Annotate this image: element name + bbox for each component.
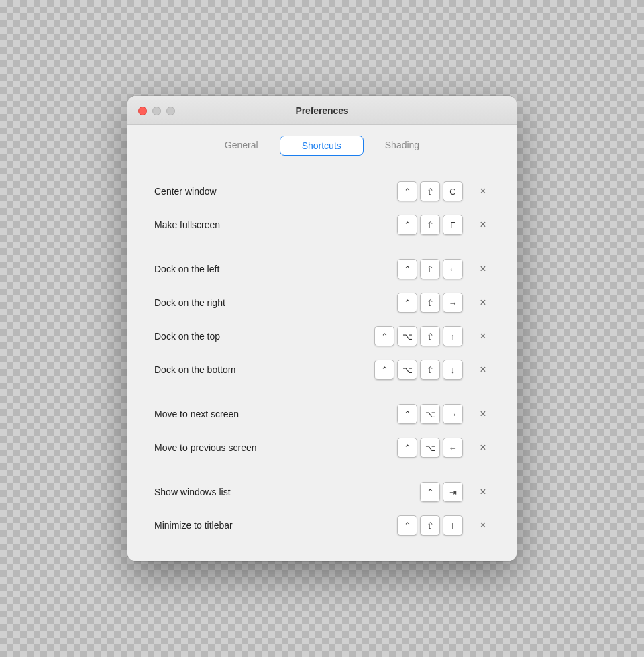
shortcut-row: Move to previous screen⌃⌥←× xyxy=(154,431,490,464)
shortcut-label: Center window xyxy=(154,186,397,197)
key-cap[interactable]: ↑ xyxy=(443,326,463,346)
maximize-button[interactable] xyxy=(166,107,175,115)
key-cap[interactable]: → xyxy=(443,404,463,424)
key-cap[interactable]: ⌃ xyxy=(374,326,394,346)
shortcut-keys: ⌃⌥⇧↑ xyxy=(374,326,463,346)
shortcut-keys: ⌃⇧T xyxy=(397,515,463,536)
shortcuts-content: Center window⌃⇧C×Make fullscreen⌃⇧F×Dock… xyxy=(127,164,517,561)
key-cap[interactable]: ⌃ xyxy=(397,293,417,313)
group-separator xyxy=(154,464,490,475)
key-cap[interactable]: ⌃ xyxy=(397,259,417,279)
key-cap[interactable]: ⇧ xyxy=(420,360,440,380)
key-cap[interactable]: F xyxy=(443,215,463,235)
window-title: Preferences xyxy=(295,105,348,116)
shortcut-keys: ⌃⌥← xyxy=(397,438,463,458)
remove-shortcut-button[interactable]: × xyxy=(476,185,490,197)
key-cap[interactable]: → xyxy=(443,293,463,313)
key-cap[interactable]: ↓ xyxy=(443,360,463,380)
key-cap[interactable]: ⌥ xyxy=(420,404,440,424)
key-cap[interactable]: ⇧ xyxy=(420,326,440,346)
shortcut-row: Minimize to titlebar⌃⇧T× xyxy=(154,509,490,542)
key-cap[interactable]: ← xyxy=(443,438,463,458)
tab-bar: General Shortcuts Shading xyxy=(127,125,517,164)
key-cap[interactable]: ⌃ xyxy=(397,215,417,235)
key-cap[interactable]: ⌃ xyxy=(374,360,394,380)
shortcut-label: Dock on the right xyxy=(154,297,397,308)
key-cap[interactable]: ⌥ xyxy=(397,360,417,380)
key-cap[interactable]: ⌥ xyxy=(397,326,417,346)
tab-shading[interactable]: Shading xyxy=(364,136,441,156)
shortcut-keys: ⌃⇧→ xyxy=(397,293,463,313)
shortcut-keys: ⌃⌥→ xyxy=(397,404,463,424)
remove-shortcut-button[interactable]: × xyxy=(476,297,490,309)
shortcut-keys: ⌃⇥ xyxy=(420,482,463,502)
remove-shortcut-button[interactable]: × xyxy=(476,408,490,420)
tab-general[interactable]: General xyxy=(203,136,280,156)
shortcut-row: Center window⌃⇧C× xyxy=(154,174,490,208)
shortcut-label: Move to previous screen xyxy=(154,442,397,453)
remove-shortcut-button[interactable]: × xyxy=(476,219,490,231)
key-cap[interactable]: C xyxy=(443,181,463,201)
key-cap[interactable]: ← xyxy=(443,259,463,279)
group-separator xyxy=(154,387,490,397)
shortcut-row: Dock on the left⌃⇧←× xyxy=(154,252,490,286)
shortcut-row: Show windows list⌃⇥× xyxy=(154,475,490,509)
shortcut-keys: ⌃⇧← xyxy=(397,259,463,279)
remove-shortcut-button[interactable]: × xyxy=(476,330,490,342)
shortcut-row: Make fullscreen⌃⇧F× xyxy=(154,208,490,242)
remove-shortcut-button[interactable]: × xyxy=(476,519,490,532)
shortcut-label: Move to next screen xyxy=(154,409,397,419)
key-cap[interactable]: ⌥ xyxy=(420,438,440,458)
shortcut-row: Dock on the right⌃⇧→× xyxy=(154,286,490,319)
shortcut-keys: ⌃⇧C xyxy=(397,181,463,201)
key-cap[interactable]: ⇧ xyxy=(420,259,440,279)
key-cap[interactable]: ⇧ xyxy=(420,215,440,235)
group-separator xyxy=(154,242,490,252)
shortcut-row: Move to next screen⌃⌥→× xyxy=(154,397,490,431)
remove-shortcut-button[interactable]: × xyxy=(476,263,490,275)
shortcut-label: Show windows list xyxy=(154,487,420,497)
shortcut-keys: ⌃⌥⇧↓ xyxy=(374,360,463,380)
shortcut-row: Dock on the bottom⌃⌥⇧↓× xyxy=(154,353,490,387)
preferences-window: Preferences General Shortcuts Shading Ce… xyxy=(127,96,517,561)
key-cap[interactable]: ⇥ xyxy=(443,482,463,502)
titlebar: Preferences xyxy=(127,96,517,125)
shortcut-label: Dock on the top xyxy=(154,331,374,342)
remove-shortcut-button[interactable]: × xyxy=(476,486,490,498)
remove-shortcut-button[interactable]: × xyxy=(476,364,490,376)
close-button[interactable] xyxy=(138,107,147,115)
key-cap[interactable]: ⇧ xyxy=(420,181,440,201)
tab-shortcuts[interactable]: Shortcuts xyxy=(280,136,364,156)
key-cap[interactable]: T xyxy=(443,515,463,536)
remove-shortcut-button[interactable]: × xyxy=(476,442,490,454)
key-cap[interactable]: ⌃ xyxy=(397,181,417,201)
shortcut-label: Dock on the bottom xyxy=(154,364,374,375)
shortcut-row: Dock on the top⌃⌥⇧↑× xyxy=(154,319,490,353)
shortcut-label: Dock on the left xyxy=(154,264,397,274)
traffic-lights xyxy=(138,107,175,115)
minimize-button[interactable] xyxy=(152,107,161,115)
key-cap[interactable]: ⌃ xyxy=(420,482,440,502)
key-cap[interactable]: ⌃ xyxy=(397,438,417,458)
key-cap[interactable]: ⌃ xyxy=(397,515,417,536)
key-cap[interactable]: ⇧ xyxy=(420,293,440,313)
shortcut-label: Make fullscreen xyxy=(154,219,397,230)
key-cap[interactable]: ⌃ xyxy=(397,404,417,424)
key-cap[interactable]: ⇧ xyxy=(420,515,440,536)
shortcut-label: Minimize to titlebar xyxy=(154,520,397,531)
shortcut-keys: ⌃⇧F xyxy=(397,215,463,235)
